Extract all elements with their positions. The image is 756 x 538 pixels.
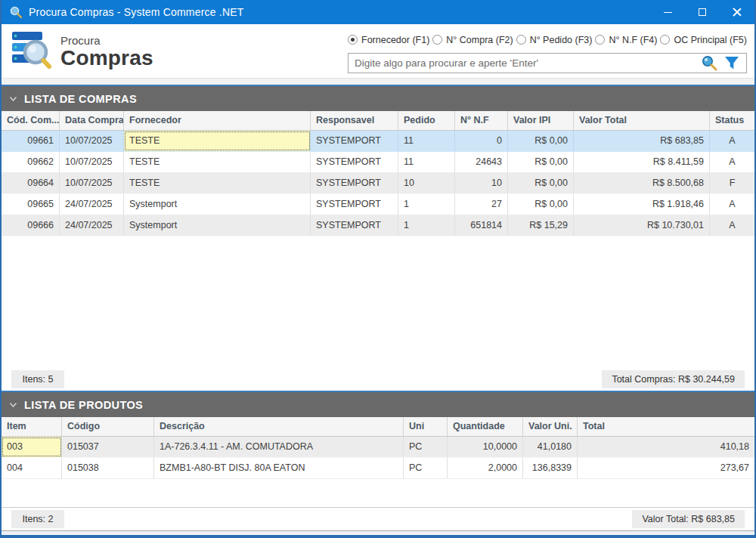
cell[interactable]: TESTE	[124, 173, 311, 193]
column-header-total[interactable]: Total	[578, 417, 754, 436]
cell[interactable]: 015037	[62, 437, 154, 457]
cell[interactable]: 015038	[62, 458, 154, 478]
cell[interactable]: PC	[404, 458, 448, 478]
cell[interactable]: R$ 1.918,46	[574, 194, 710, 215]
cell[interactable]: 0	[455, 131, 508, 151]
status-cell[interactable]: F	[710, 173, 754, 193]
cell[interactable]: R$ 0,00	[508, 173, 574, 193]
cell[interactable]: 11	[398, 152, 455, 172]
radio-n-compra[interactable]: N° Compra (F2)	[432, 35, 513, 45]
cell[interactable]: 09662	[2, 152, 60, 172]
cell[interactable]: 004	[2, 458, 62, 478]
cell[interactable]: TESTE	[124, 152, 311, 172]
cell[interactable]: 10/07/2025	[60, 131, 124, 151]
cell[interactable]: SYSTEMPORT	[311, 173, 398, 193]
cell[interactable]: 10/07/2025	[60, 152, 124, 172]
cell[interactable]: 09661	[2, 131, 60, 151]
search-icon[interactable]	[701, 54, 717, 71]
cell[interactable]: 09665	[2, 194, 60, 215]
cell[interactable]: 24643	[455, 152, 508, 172]
status-cell[interactable]: A	[710, 131, 754, 151]
cell[interactable]: Systemport	[124, 215, 311, 236]
status-cell[interactable]: A	[710, 194, 754, 215]
window-bottom-border	[2, 535, 754, 538]
cell[interactable]: R$ 0,00	[508, 194, 574, 215]
cell[interactable]: 410,18	[578, 437, 754, 457]
cell[interactable]: 1A-726.3.4.11 - AM. COMUTADORA	[154, 437, 404, 457]
radio-dot-icon	[595, 35, 605, 45]
cell[interactable]: 41,0180	[523, 437, 578, 457]
compras-items-count: Itens: 5	[11, 370, 64, 388]
column-header-nf[interactable]: N° N.F	[455, 111, 508, 130]
column-header-cod-compra[interactable]: Cód. Com...	[2, 111, 60, 130]
cell[interactable]: Systemport	[124, 194, 311, 215]
column-header-valor-ipi[interactable]: Valor IPI	[508, 111, 574, 130]
radio-n-nf[interactable]: N° N.F (F4)	[595, 35, 657, 45]
maximize-button[interactable]	[685, 0, 720, 24]
chevron-down-icon	[9, 96, 17, 102]
filter-funnel-icon[interactable]	[723, 54, 740, 71]
cell[interactable]: SYSTEMPORT	[311, 215, 398, 236]
produtos-section-header[interactable]: LISTA DE PRODUTOS	[2, 391, 754, 417]
column-header-codigo[interactable]: Código	[62, 417, 154, 436]
produtos-items-count: Itens: 2	[11, 510, 64, 528]
page-title: Compras	[60, 47, 153, 70]
focused-cell[interactable]: TESTE	[124, 131, 311, 151]
cell[interactable]: 1	[398, 194, 455, 215]
column-header-uni[interactable]: Uni	[404, 417, 448, 436]
cell[interactable]: 2,0000	[448, 458, 523, 478]
column-header-item[interactable]: Item	[2, 417, 62, 436]
cell[interactable]: 11	[398, 131, 455, 151]
cell[interactable]: R$ 683,85	[574, 131, 710, 151]
cell[interactable]: 24/07/2025	[60, 194, 124, 215]
column-header-pedido[interactable]: Pedido	[398, 111, 455, 130]
cell[interactable]: 27	[455, 194, 508, 215]
compras-section-header[interactable]: LISTA DE COMPRAS	[2, 85, 754, 111]
focused-cell[interactable]: 003	[2, 437, 62, 457]
column-header-valor-total[interactable]: Valor Total	[574, 111, 710, 130]
column-header-responsavel[interactable]: Responsavel	[311, 111, 398, 130]
radio-oc-principal[interactable]: OC Principal (F5)	[660, 35, 747, 45]
minimize-icon	[664, 12, 672, 13]
cell[interactable]: R$ 15,29	[508, 215, 574, 236]
radio-fornecedor[interactable]: Fornecedor (F1)	[348, 35, 429, 45]
cell[interactable]: 10	[455, 173, 508, 193]
app-title-block: Procura Compras	[60, 30, 153, 73]
radio-dot-icon	[516, 35, 526, 45]
cell[interactable]: PC	[404, 437, 448, 457]
cell[interactable]: SYSTEMPORT	[311, 152, 398, 172]
radio-n-pedido[interactable]: N° Pedido (F3)	[516, 35, 593, 45]
cell[interactable]: SYSTEMPORT	[311, 194, 398, 215]
cell[interactable]: R$ 10.730,01	[574, 215, 710, 236]
cell[interactable]: R$ 8.500,68	[574, 173, 710, 193]
search-input[interactable]	[349, 57, 701, 69]
cell[interactable]: SYSTEMPORT	[311, 131, 398, 151]
column-header-descricao[interactable]: Descrição	[154, 417, 404, 436]
minimize-button[interactable]	[650, 0, 685, 24]
cell[interactable]: 1	[398, 215, 455, 236]
cell[interactable]: 09664	[2, 173, 60, 193]
cell[interactable]: R$ 0,00	[508, 152, 574, 172]
column-header-quantidade[interactable]: Quantidade	[448, 417, 523, 436]
cell[interactable]: 136,8339	[523, 458, 578, 478]
cell[interactable]: R$ 0,00	[508, 131, 574, 151]
column-header-data-compra[interactable]: Data Compra	[60, 111, 124, 130]
column-header-status[interactable]: Status	[710, 111, 754, 130]
cell[interactable]: 24/07/2025	[60, 215, 124, 236]
close-button[interactable]	[720, 0, 754, 24]
cell[interactable]: BZMB1-A80-BT DISJ. 80A EATON	[154, 458, 404, 478]
compras-status-bar: Itens: 5 Total Compras: R$ 30.244,59	[2, 367, 754, 391]
column-header-fornecedor[interactable]: Fornecedor	[124, 111, 311, 130]
cell[interactable]: 09666	[2, 215, 60, 236]
cell[interactable]: 10/07/2025	[60, 173, 124, 193]
cell[interactable]: 651814	[455, 215, 508, 236]
cell[interactable]: 273,67	[578, 458, 754, 478]
column-header-valor-uni[interactable]: Valor Uni.	[523, 417, 578, 436]
cell[interactable]: R$ 8.411,59	[574, 152, 710, 172]
status-cell[interactable]: A	[710, 152, 754, 172]
app-header: Procura Compras Fornecedor (F1) N° Compr…	[2, 24, 754, 78]
table-row: 09664 10/07/2025 TESTE SYSTEMPORT 10 10 …	[2, 173, 754, 194]
cell[interactable]: 10	[398, 173, 455, 193]
status-cell[interactable]: A	[710, 215, 754, 236]
cell[interactable]: 10,0000	[448, 437, 523, 457]
